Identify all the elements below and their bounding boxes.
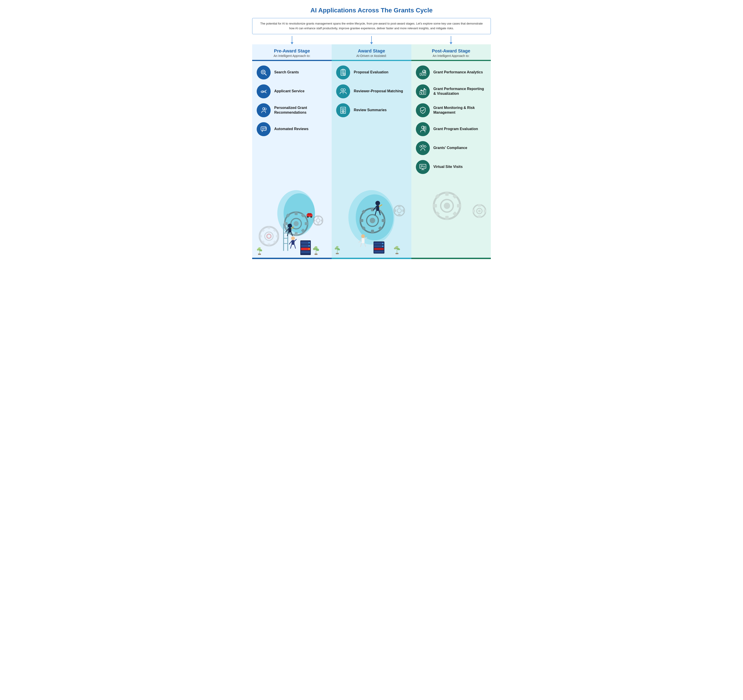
person-screen-icon — [419, 163, 427, 171]
handshake-icon — [260, 87, 268, 95]
svg-line-47 — [290, 245, 292, 248]
col-pre-header: Pre-Award Stage An Intelligent Approach … — [252, 44, 332, 60]
svg-point-137 — [395, 246, 398, 248]
svg-rect-74 — [307, 213, 312, 215]
svg-point-133 — [382, 245, 383, 247]
list-item: Grant Program Evaluation — [416, 122, 486, 136]
svg-rect-38 — [289, 228, 292, 232]
arrow-pre — [252, 34, 332, 44]
col-award-title: Award Stage — [334, 49, 409, 53]
list-item: Search Grants — [257, 65, 327, 80]
pre-award-illustration — [252, 181, 332, 258]
chart-search-icon — [419, 69, 427, 76]
arrow-post — [411, 34, 491, 44]
svg-point-76 — [310, 216, 312, 218]
applicant-service-label: Applicant Service — [274, 89, 304, 94]
intro-text: The potential for AI to revolutionize gr… — [259, 21, 484, 31]
svg-point-83 — [341, 89, 343, 91]
svg-rect-120 — [394, 209, 396, 212]
gears-person-icon — [419, 144, 427, 152]
svg-rect-25 — [284, 222, 287, 225]
intro-box: The potential for AI to revolutionize gr… — [252, 18, 491, 34]
svg-rect-182 — [478, 204, 481, 207]
col-pre-bottom-bar — [252, 258, 332, 259]
automated-reviews-label: Automated Reviews — [274, 127, 308, 131]
svg-rect-139 — [420, 73, 421, 75]
svg-rect-145 — [422, 91, 423, 95]
person-book-icon — [419, 126, 427, 133]
arrow-award — [332, 34, 411, 44]
col-post-header: Post-Award Stage An Intelligent Approach… — [411, 44, 491, 60]
main-container: AI Applications Across The Grants Cycle … — [248, 0, 495, 264]
svg-line-45 — [289, 241, 292, 244]
svg-point-95 — [370, 218, 375, 223]
list-item: Grant Performance Analytics — [416, 65, 486, 80]
col-award-bottom-bar — [332, 258, 411, 259]
svg-rect-183 — [478, 216, 481, 218]
list-item: Reviewer-Proposal Matching — [336, 84, 407, 98]
svg-point-117 — [397, 208, 401, 213]
svg-rect-72 — [315, 253, 317, 255]
svg-point-125 — [336, 246, 339, 248]
risk-management-label: Grant Monitoring & Risk Management — [434, 106, 486, 115]
svg-rect-185 — [484, 210, 486, 213]
compliance-icon-circle — [416, 141, 430, 155]
post-award-illustration — [411, 181, 491, 258]
svg-rect-171 — [445, 192, 448, 196]
svg-point-155 — [424, 146, 426, 148]
risk-management-icon-circle — [416, 103, 430, 117]
svg-point-154 — [422, 145, 424, 147]
svg-point-43 — [291, 236, 295, 240]
people-icon — [339, 87, 347, 95]
svg-rect-97 — [371, 230, 374, 233]
reviewer-matching-icon-circle — [336, 84, 350, 98]
col-pre-divider — [252, 60, 332, 61]
svg-rect-174 — [457, 204, 461, 207]
svg-rect-4 — [261, 127, 266, 130]
applicant-service-icon-circle — [257, 84, 271, 98]
search-icon — [260, 69, 268, 76]
col-post-divider — [411, 60, 491, 61]
svg-point-156 — [420, 146, 422, 148]
bar-chart-icon — [419, 87, 427, 95]
svg-rect-184 — [472, 210, 475, 213]
svg-point-50 — [316, 219, 320, 222]
svg-point-9 — [267, 234, 271, 238]
search-grants-label: Search Grants — [274, 70, 299, 75]
svg-rect-13 — [276, 235, 279, 237]
svg-line-115 — [364, 243, 366, 247]
svg-point-147 — [421, 90, 422, 91]
svg-point-37 — [288, 223, 292, 228]
svg-point-132 — [382, 243, 383, 244]
site-visits-label: Virtual Site Visits — [434, 164, 463, 169]
list-item: Automated Reviews — [257, 122, 327, 136]
svg-rect-118 — [398, 205, 401, 207]
svg-point-66 — [308, 245, 310, 247]
svg-rect-96 — [371, 208, 374, 211]
list-item: Virtual Site Visits — [416, 160, 486, 174]
svg-rect-121 — [403, 209, 405, 212]
column-award: Award Stage AI-Driven or Assisted: — [332, 44, 411, 259]
svg-rect-131 — [374, 251, 384, 253]
compliance-label: Grants' Compliance — [434, 146, 468, 151]
svg-point-164 — [421, 165, 422, 167]
review-summaries-icon-circle — [336, 103, 350, 117]
personalized-grants-label: Personalized Grant Recommendations — [274, 106, 327, 115]
program-eval-icon-circle — [416, 122, 430, 136]
col-award-divider — [332, 60, 411, 61]
svg-rect-12 — [259, 235, 262, 237]
svg-rect-44 — [292, 240, 295, 245]
review-summaries-label: Review Summaries — [354, 108, 386, 112]
list-item: Personalized Grant Recommendations — [257, 103, 327, 117]
proposal-eval-icon-circle — [336, 65, 350, 80]
col-pre-items: Search Grants Applicant Service — [252, 63, 332, 181]
list-item: Review Summaries — [336, 103, 407, 117]
svg-rect-146 — [424, 89, 426, 95]
svg-rect-119 — [398, 214, 401, 216]
svg-point-181 — [478, 210, 481, 212]
performance-analytics-icon-circle — [416, 65, 430, 80]
columns-wrapper: Pre-Award Stage An Intelligent Approach … — [252, 44, 491, 259]
doc-eye-icon — [339, 106, 347, 114]
svg-rect-144 — [420, 93, 421, 95]
svg-rect-59 — [258, 253, 261, 255]
